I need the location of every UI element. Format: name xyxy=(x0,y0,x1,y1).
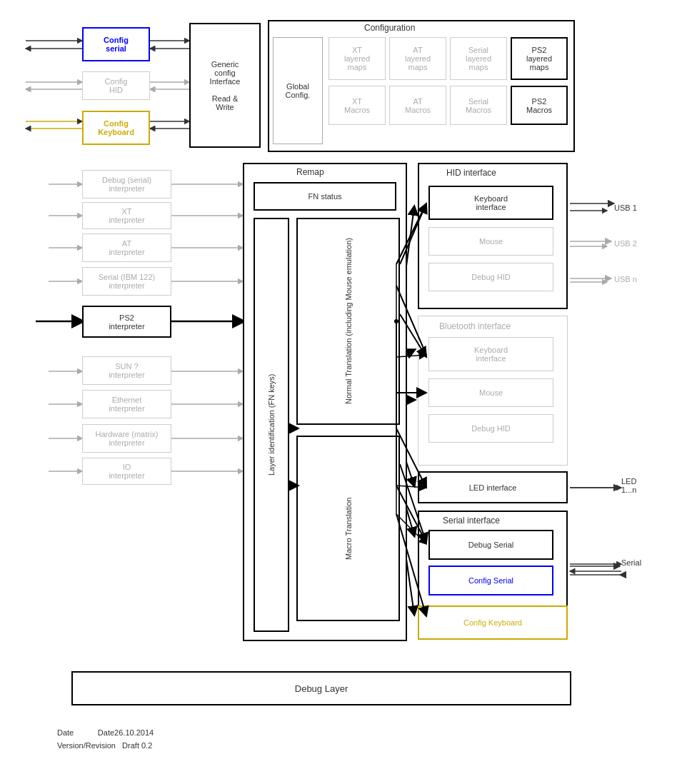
usb1-label: USB 1 xyxy=(614,203,637,212)
led-interface-box: LED interface xyxy=(418,471,568,503)
xt-layered-maps: XTlayeredmaps xyxy=(329,37,386,80)
hid-mouse-box: Mouse xyxy=(428,227,553,256)
hid-debug-box: Debug HID xyxy=(428,263,553,291)
debug-layer-label: Debug Layer xyxy=(295,683,348,694)
remap-title: Remap xyxy=(296,167,324,177)
generic-config-box: GenericconfigInterfaceRead &Write xyxy=(189,23,261,148)
date-label: Date xyxy=(57,728,96,737)
bt-keyboard-box: Keyboardinterface xyxy=(428,337,553,371)
bt-debug-box: Debug HID xyxy=(428,414,553,443)
serial-label: Serial xyxy=(621,558,641,567)
macro-translation-label: Macro Translation xyxy=(344,497,353,559)
serial-layered-maps: Seriallayeredmaps xyxy=(450,37,507,80)
hid-mouse-label: Mouse xyxy=(479,237,503,246)
config-keyboard-label-top: ConfigKeyboard xyxy=(98,119,134,136)
global-config-label: GlobalConfig. xyxy=(286,82,311,99)
hardware-matrix-interpreter: Hardware (matrix)interpreter xyxy=(82,424,171,453)
normal-translation-label: Normal Translation (including Mouse emul… xyxy=(344,238,353,405)
version-value: Draft 0.2 xyxy=(122,741,152,750)
layer-id-label: Layer identification (FN keys) xyxy=(267,374,276,476)
io-interpreter: IOinterpreter xyxy=(82,458,171,485)
bt-keyboard-label: Keyboardinterface xyxy=(474,346,508,363)
config-keyboard-right-box: Config Keyboard xyxy=(418,605,568,640)
ps2-interpreter: PS2interpreter xyxy=(82,306,171,338)
config-serial-label: Configserial xyxy=(104,36,129,53)
bt-debug-label: Debug HID xyxy=(471,424,510,433)
debug-serial-label: Debug Serial xyxy=(468,541,514,549)
footer-version: Version/Revision Draft 0.2 xyxy=(57,741,152,750)
at-layered-maps: ATlayeredmaps xyxy=(389,37,446,80)
ethernet-interpreter: Ethernetinterpreter xyxy=(82,390,171,418)
serial-ibm-interpreter: Serial (IBM 122)interpreter xyxy=(82,267,171,296)
hid-interface-title: HID interface xyxy=(446,168,496,178)
at-interpreter: ATinterpreter xyxy=(82,233,171,262)
config-hid-box: ConfigHID xyxy=(82,71,150,100)
debug-serial-interpreter: Debug (serial)interpreter xyxy=(82,170,171,198)
at-macros: ATMacros xyxy=(389,86,446,125)
config-hid-label: ConfigHID xyxy=(105,77,128,94)
fn-status-box: FN status xyxy=(254,182,396,211)
led-interface-label: LED interface xyxy=(469,483,517,492)
config-keyboard-right-label: Config Keyboard xyxy=(463,618,522,627)
footer: Date Date26.10.2014 xyxy=(57,728,154,737)
hid-keyboard-box: Keyboardinterface xyxy=(428,186,553,220)
usb2-label: USB 2 xyxy=(614,239,637,248)
xt-macros: XTMacros xyxy=(329,86,386,125)
macro-translation-box: Macro Translation xyxy=(296,436,400,621)
generic-config-label: GenericconfigInterfaceRead &Write xyxy=(210,60,241,111)
xt-interpreter: XTinterpreter xyxy=(82,202,171,229)
usbn-label: USB n xyxy=(614,275,637,283)
config-serial-box: Configserial xyxy=(82,27,150,61)
config-keyboard-box-top: ConfigKeyboard xyxy=(82,111,150,145)
debug-serial-box: Debug Serial xyxy=(428,530,553,560)
bt-mouse-box: Mouse xyxy=(428,378,553,407)
hid-debug-label: Debug HID xyxy=(471,273,510,281)
sun-interpreter: SUN ?interpreter xyxy=(82,356,171,385)
normal-translation-box: Normal Translation (including Mouse emul… xyxy=(296,218,400,425)
bt-interface-title: Bluetooth interface xyxy=(439,321,511,331)
version-label: Version/Revision xyxy=(57,741,120,750)
ps2-layered-maps: PS2layeredmaps xyxy=(511,37,568,80)
ps2-macros: PS2Macros xyxy=(511,86,568,125)
hid-keyboard-label: Keyboardinterface xyxy=(474,194,508,211)
date-value: Date26.10.2014 xyxy=(98,728,154,737)
layer-id-box: Layer identification (FN keys) xyxy=(254,218,289,632)
serial-interface-title: Serial interface xyxy=(443,516,500,526)
global-config-box: GlobalConfig. xyxy=(273,37,323,144)
debug-layer-box: Debug Layer xyxy=(71,671,571,705)
serial-macros: SerialMacros xyxy=(450,86,507,125)
led-label: LED1...n xyxy=(621,477,636,494)
config-serial-right-box: Config Serial xyxy=(428,566,553,595)
fn-status-label: FN status xyxy=(308,192,341,201)
configuration-title: Configuration xyxy=(364,23,415,33)
diagram: Configserial ConfigHID ConfigKeyboard Ge… xyxy=(0,0,677,784)
bt-mouse-label: Mouse xyxy=(479,388,503,397)
config-serial-right-label: Config Serial xyxy=(468,576,513,585)
